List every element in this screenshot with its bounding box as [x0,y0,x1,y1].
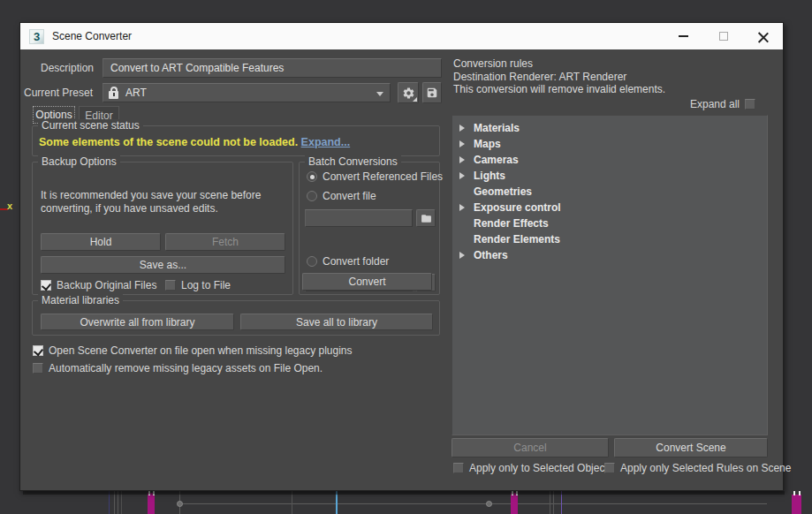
convert-referenced-files-label: Convert Referenced Files [323,170,443,183]
tree-item-others[interactable]: Others [452,247,767,263]
apply-only-selected-objects-checkbox[interactable]: Apply only to Selected Objects [453,462,613,474]
viewport-x-axis-label: x [7,200,12,211]
folder-icon [421,213,432,224]
checkbox-unchecked-icon[interactable] [604,463,615,473]
scene-status-warning: Some elements of the scene could not be … [39,136,350,148]
hold-button[interactable]: Hold [41,233,161,251]
description-field[interactable]: Convert to ART Compatible Features [102,58,442,78]
apply-only-selected-rules-checkbox[interactable]: Apply only Selected Rules on Scene [604,462,791,474]
expand-arrow-icon[interactable] [459,140,465,147]
tree-item-cameras[interactable]: Cameras [452,152,767,168]
checkbox-checked-icon[interactable] [33,345,43,356]
current-scene-status-title: Current scene status [38,119,143,132]
preset-dropdown[interactable]: ART [102,83,391,102]
apply-only-selected-objects-label: Apply only to Selected Objects [469,462,613,474]
tree-item-label: Exposure control [474,201,561,214]
trackbar-key-marker[interactable] [511,493,518,514]
trackbar-tick [799,491,801,495]
trackbar-knob[interactable] [177,501,183,507]
log-to-file-checkbox[interactable]: Log to File [165,279,231,291]
backup-options-group: Backup Options It is recommended you sav… [32,162,293,295]
tree-item-maps[interactable]: Maps [452,136,767,152]
conversion-note-text: This conversion will remove invalid elem… [453,83,665,95]
backup-original-files-label: Backup Original Files [57,279,156,291]
3dsmax-logo-icon: 3 [29,29,44,44]
desktop-background: x 3 Scene Converter Description [0,0,812,514]
tree-item-label: Cameras [474,154,519,166]
expand-arrow-icon[interactable] [459,172,465,179]
convert-folder-label: Convert folder [323,255,389,268]
radio-unselected-icon[interactable] [307,256,317,267]
open-scene-converter-checkbox[interactable]: Open Scene Converter on file open when m… [33,344,353,357]
tree-item-label: Maps [474,138,501,150]
checkbox-unchecked-icon[interactable] [165,280,176,291]
chevron-down-icon [376,92,383,96]
material-libraries-group: Material libraries Overwrite all from li… [32,300,440,336]
tree-item-exposure-control[interactable]: Exposure control [452,200,767,215]
convert-file-label: Convert file [323,190,376,202]
expand-arrow-icon[interactable] [459,125,465,132]
log-to-file-label: Log to File [181,279,231,291]
maximize-button[interactable] [703,23,743,49]
conversion-rules-tree: Materials Maps Cameras Lights Geometries… [452,115,768,435]
overwrite-all-from-library-button[interactable]: Overwrite all from library [41,314,234,330]
material-libraries-title: Material libraries [38,294,123,306]
tree-item-render-effects[interactable]: Render Effects [452,215,767,231]
browse-file-button[interactable] [416,209,436,227]
convert-file-path-input[interactable] [305,209,413,227]
current-preset-label: Current Preset [20,87,93,99]
trackbar-knob[interactable] [486,501,492,507]
trackbar-key-marker[interactable] [792,495,801,514]
maximize-icon [719,32,728,41]
backup-original-files-checkbox[interactable]: Backup Original Files [41,279,156,291]
expand-all-label: Expand all [690,98,740,110]
current-scene-status-group: Current scene status Some elements of th… [32,125,440,156]
checkbox-unchecked-icon[interactable] [745,99,755,110]
expand-all-checkbox[interactable]: Expand all [690,98,755,110]
save-icon [426,87,438,99]
close-button[interactable] [743,23,783,49]
tree-item-label: Materials [474,122,520,134]
tree-item-geometries[interactable]: Geometries [452,184,767,200]
save-as-button[interactable]: Save as... [41,256,285,274]
auto-remove-legacy-label: Automatically remove missing legacy asse… [49,362,323,374]
radio-selected-icon[interactable] [307,171,317,182]
tree-item-materials[interactable]: Materials [452,120,767,136]
expand-arrow-icon[interactable] [459,204,465,211]
window-title: Scene Converter [52,30,132,42]
backup-note: It is recommended you save your scene be… [41,189,261,215]
checkbox-checked-icon[interactable] [41,280,51,291]
minimize-button[interactable] [664,23,703,49]
save-all-to-library-button[interactable]: Save all to library [240,314,433,330]
checkbox-unchecked-icon[interactable] [453,463,464,473]
trackbar-tick [793,491,795,495]
minimize-icon [679,35,688,37]
tree-item-lights[interactable]: Lights [452,168,767,184]
save-preset-button[interactable] [422,82,442,103]
convert-referenced-files-radio[interactable]: Convert Referenced Files [307,170,443,183]
convert-scene-button[interactable]: Convert Scene [614,438,768,457]
convert-button[interactable]: Convert [302,273,432,291]
tree-item-render-elements[interactable]: Render Elements [452,231,767,247]
fetch-button[interactable]: Fetch [165,233,285,251]
open-scene-converter-label: Open Scene Converter on file open when m… [49,344,353,357]
trackbar-baseline [179,503,767,504]
expand-link[interactable]: Expand... [301,136,351,148]
convert-folder-radio[interactable]: Convert folder [307,255,389,268]
convert-file-radio[interactable]: Convert file [307,190,376,202]
preset-settings-button[interactable] [398,82,419,103]
close-icon [758,31,769,42]
description-value: Convert to ART Compatible Features [110,62,284,74]
checkbox-unchecked-icon[interactable] [33,363,43,374]
radio-unselected-icon[interactable] [307,191,317,201]
tree-item-label: Lights [474,170,505,182]
preset-value: ART [125,87,147,99]
cancel-button[interactable]: Cancel [452,438,609,457]
expand-arrow-icon[interactable] [459,252,465,259]
backup-note-line1: It is recommended you save your scene be… [41,189,261,202]
title-bar[interactable]: 3 Scene Converter [20,23,783,49]
expand-arrow-icon[interactable] [459,156,465,163]
description-label: Description [20,62,94,74]
trackbar-key-marker[interactable] [148,493,155,514]
auto-remove-legacy-checkbox[interactable]: Automatically remove missing legacy asse… [33,362,323,374]
